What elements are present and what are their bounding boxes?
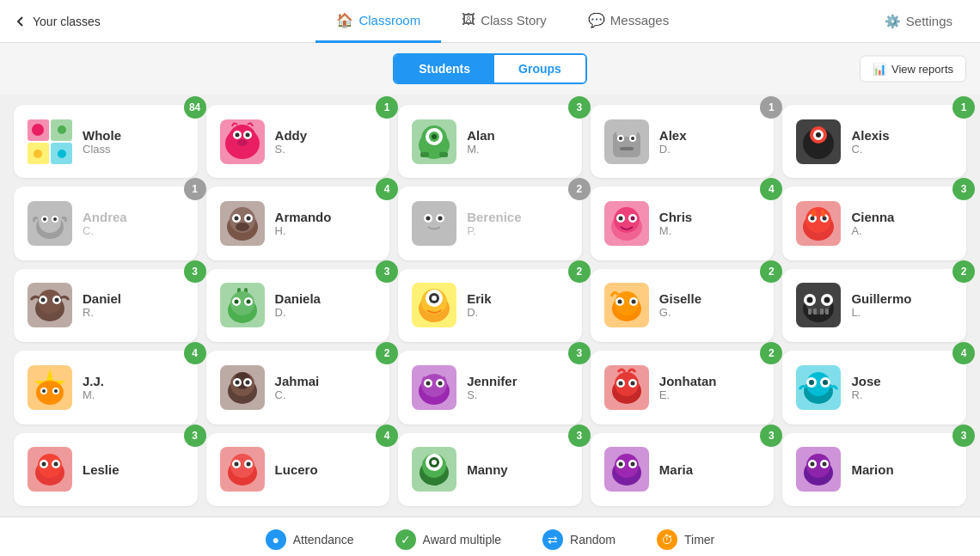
svg-point-14 bbox=[237, 139, 248, 146]
student-info-guillermo: GuillermoL. bbox=[851, 291, 954, 319]
student-info-jonhatan: JonhatanE. bbox=[659, 374, 763, 401]
student-card-addy[interactable]: 1AddyS. bbox=[206, 105, 390, 178]
avatar-alan bbox=[410, 118, 458, 166]
svg-rect-101 bbox=[825, 309, 829, 315]
svg-point-72 bbox=[55, 298, 59, 302]
student-card-jose[interactable]: 4JoseR. bbox=[782, 351, 966, 424]
settings-nav[interactable]: ⚙️ Settings bbox=[871, 14, 966, 29]
student-lastname-whole_class: Class bbox=[83, 143, 186, 156]
student-card-jj[interactable]: 4J.J.M. bbox=[14, 351, 198, 424]
avatar-whole_class bbox=[26, 118, 74, 166]
student-name-alexis: Alexis bbox=[851, 128, 954, 143]
attendance-action[interactable]: ● Attendance bbox=[266, 529, 354, 550]
student-card-alex[interactable]: 1AlexD. bbox=[591, 105, 775, 178]
student-badge-jose: 4 bbox=[952, 342, 975, 364]
svg-point-90 bbox=[617, 300, 622, 304]
student-card-daniela[interactable]: 3DanielaD. bbox=[206, 269, 390, 342]
student-lastname-andrea: C. bbox=[83, 224, 186, 237]
attendance-icon: ● bbox=[266, 529, 286, 550]
tab-class-story[interactable]: 🖼 Class Story bbox=[441, 0, 567, 43]
photo-icon: 🖼 bbox=[462, 12, 475, 27]
student-card-leslie[interactable]: 3Leslie bbox=[14, 433, 198, 506]
view-reports-button[interactable]: 📊 View reports bbox=[860, 56, 966, 82]
monster-giselle bbox=[604, 283, 649, 327]
students-toggle[interactable]: Students bbox=[395, 55, 494, 82]
student-card-andrea[interactable]: 1AndreaC. bbox=[14, 186, 198, 260]
groups-toggle[interactable]: Groups bbox=[494, 55, 585, 82]
student-card-cienna[interactable]: 3CiennaA. bbox=[782, 186, 966, 260]
student-card-alexis[interactable]: 1AlexisC. bbox=[782, 105, 966, 178]
student-badge-jj: 4 bbox=[184, 342, 206, 364]
student-card-lucero[interactable]: 4Lucero bbox=[206, 433, 390, 506]
student-badge-guillermo: 2 bbox=[952, 260, 975, 283]
avatar-guillermo bbox=[794, 281, 842, 329]
svg-point-113 bbox=[235, 380, 239, 384]
tab-class-story-label: Class Story bbox=[481, 13, 547, 27]
student-info-berenice: BereniceP. bbox=[467, 210, 570, 237]
student-card-guillermo[interactable]: 2GuillermoL. bbox=[782, 269, 966, 342]
timer-action[interactable]: ⏱ Timer bbox=[657, 529, 714, 550]
student-card-manny[interactable]: 3Manny bbox=[398, 433, 582, 506]
svg-point-91 bbox=[631, 300, 635, 304]
student-lastname-berenice: P. bbox=[467, 224, 570, 237]
svg-point-58 bbox=[630, 217, 634, 221]
svg-point-161 bbox=[823, 462, 827, 467]
student-card-chris[interactable]: 4ChrisM. bbox=[591, 186, 775, 260]
student-card-jonhatan[interactable]: 2JonhatanE. bbox=[591, 351, 775, 424]
student-badge-alan: 3 bbox=[568, 96, 591, 119]
avatar-armando bbox=[218, 199, 266, 247]
award-multiple-action[interactable]: ✓ Award multiple bbox=[395, 529, 502, 550]
svg-point-35 bbox=[39, 211, 61, 233]
nav-tabs: 🏠 Classroom 🖼 Class Story 💬 Messages bbox=[135, 0, 871, 43]
svg-point-119 bbox=[426, 381, 431, 385]
student-badge-lucero: 4 bbox=[376, 425, 398, 447]
student-card-maria[interactable]: 3Maria bbox=[591, 433, 775, 506]
settings-label: Settings bbox=[906, 14, 952, 28]
svg-point-85 bbox=[432, 296, 437, 301]
attendance-label: Attendance bbox=[293, 533, 354, 547]
student-info-alexis: AlexisC. bbox=[851, 128, 954, 156]
student-info-manny: Manny bbox=[467, 462, 570, 477]
tab-classroom[interactable]: 🏠 Classroom bbox=[315, 0, 441, 43]
random-action[interactable]: ⇄ Random bbox=[542, 529, 616, 550]
svg-point-51 bbox=[426, 217, 431, 221]
student-card-giselle[interactable]: 2GiselleG. bbox=[591, 269, 775, 342]
svg-point-114 bbox=[245, 380, 249, 384]
student-name-jahmai: Jahmai bbox=[275, 374, 378, 388]
student-card-berenice[interactable]: 2BereniceP. bbox=[398, 186, 582, 260]
student-lastname-guillermo: L. bbox=[851, 306, 954, 319]
student-name-daniela: Daniela bbox=[275, 291, 378, 306]
student-card-alan[interactable]: 3AlanM. bbox=[398, 105, 582, 178]
back-nav[interactable]: Your classes bbox=[14, 15, 101, 28]
student-card-jennifer[interactable]: 3JenniferS. bbox=[398, 351, 582, 424]
student-name-armando: Armando bbox=[275, 210, 378, 224]
svg-rect-99 bbox=[813, 309, 817, 315]
svg-point-52 bbox=[438, 217, 443, 221]
monster-jennifer bbox=[412, 365, 456, 410]
svg-point-71 bbox=[41, 298, 46, 302]
student-info-erik: ErikD. bbox=[467, 291, 570, 319]
avatar-addy bbox=[218, 118, 266, 166]
student-card-erik[interactable]: 2ErikD. bbox=[398, 269, 582, 342]
monster-marion bbox=[796, 447, 841, 492]
student-card-jahmai[interactable]: 2JahmaiC. bbox=[206, 351, 390, 424]
student-info-alan: AlanM. bbox=[467, 128, 570, 156]
student-card-whole_class[interactable]: 84 WholeClass bbox=[14, 105, 198, 178]
tab-messages[interactable]: 💬 Messages bbox=[567, 0, 689, 43]
student-info-maria: Maria bbox=[659, 462, 763, 477]
student-lastname-daniela: D. bbox=[275, 306, 378, 319]
svg-point-103 bbox=[36, 381, 64, 405]
student-badge-berenice: 2 bbox=[568, 178, 591, 200]
monster-jonhatan bbox=[604, 365, 649, 410]
svg-point-12 bbox=[235, 132, 239, 137]
avatar-lucero bbox=[218, 445, 266, 493]
tab-messages-label: Messages bbox=[610, 13, 669, 27]
svg-point-63 bbox=[811, 217, 815, 221]
student-name-leslie: Leslie bbox=[83, 462, 186, 477]
student-card-daniel[interactable]: 3DanielR. bbox=[14, 269, 198, 342]
monster-daniela bbox=[220, 283, 265, 327]
student-info-armando: ArmandoH. bbox=[275, 210, 378, 237]
student-card-armando[interactable]: 4ArmandoH. bbox=[206, 186, 390, 260]
student-card-marion[interactable]: 3Marion bbox=[782, 433, 966, 506]
monster-leslie bbox=[28, 447, 72, 492]
